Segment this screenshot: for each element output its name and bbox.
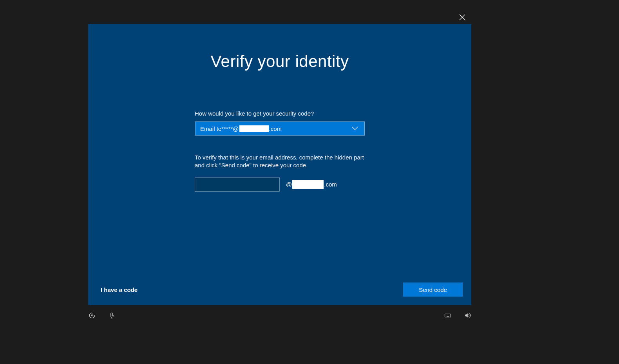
svg-marker-14 (465, 313, 468, 318)
method-prompt-label: How would you like to get your security … (195, 110, 365, 117)
dropdown-prefix: Email te*****@ (200, 125, 239, 132)
svg-rect-8 (445, 314, 451, 317)
system-bottom-bar (88, 309, 471, 322)
page-title: Verify your identity (88, 52, 471, 71)
security-code-method-dropdown[interactable]: Email te*****@ .com (195, 121, 365, 136)
close-button[interactable] (456, 12, 469, 24)
microphone-icon[interactable] (108, 311, 116, 319)
svg-rect-5 (111, 313, 113, 316)
redacted-domain (239, 125, 269, 132)
email-local-part-input[interactable] (195, 177, 280, 192)
panel-footer: I have a code Send code (101, 283, 463, 297)
email-domain-display: @ .com (286, 180, 337, 189)
send-code-button[interactable]: Send code (403, 283, 463, 297)
ease-of-access-icon[interactable] (88, 311, 96, 319)
chevron-down-icon (351, 126, 358, 131)
dropdown-suffix: .com (269, 125, 282, 132)
redacted-domain-name (292, 180, 324, 189)
have-code-link[interactable]: I have a code (101, 286, 138, 293)
dropdown-selected-value: Email te*****@ .com (200, 125, 282, 132)
keyboard-icon[interactable] (444, 311, 452, 319)
volume-icon[interactable] (463, 311, 471, 319)
close-icon (459, 14, 465, 22)
email-verify-row: @ .com (195, 177, 365, 192)
at-symbol: @ (286, 181, 292, 188)
verify-instruction-label: To verify that this is your email addres… (195, 154, 365, 170)
form-content: How would you like to get your security … (195, 110, 365, 192)
verify-identity-panel: Verify your identity How would you like … (88, 24, 471, 305)
domain-suffix: .com (324, 181, 337, 188)
svg-point-2 (91, 315, 93, 316)
